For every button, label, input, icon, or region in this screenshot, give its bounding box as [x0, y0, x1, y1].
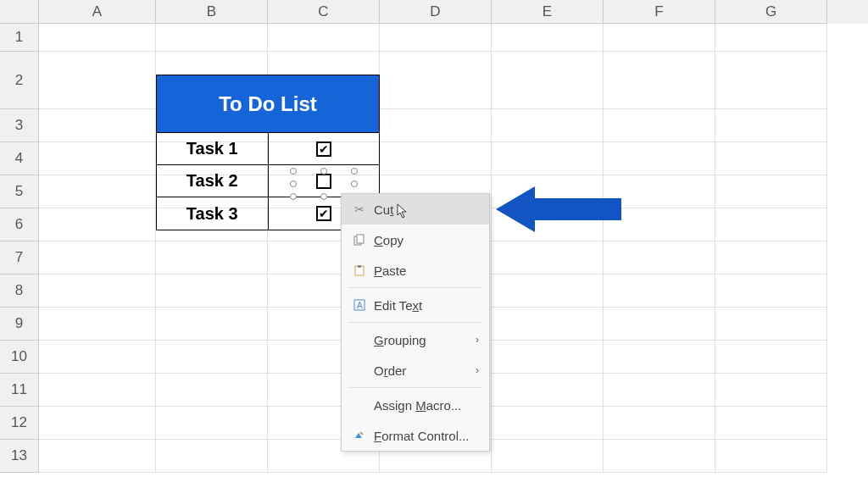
row-header-1[interactable]: 1 — [0, 24, 39, 52]
cell[interactable] — [492, 109, 604, 142]
menu-item-paste[interactable]: Paste — [342, 255, 489, 286]
row-header-2[interactable]: 2 — [0, 52, 39, 109]
row-header-11[interactable]: 11 — [0, 374, 39, 407]
cell[interactable] — [156, 274, 268, 308]
cell[interactable] — [604, 241, 715, 274]
cell[interactable] — [156, 374, 268, 407]
cell[interactable] — [604, 440, 715, 473]
cell[interactable] — [39, 274, 156, 308]
menu-item-assign-macro[interactable]: Assign Macro... — [342, 390, 489, 420]
cell[interactable] — [492, 374, 604, 407]
cell[interactable] — [492, 142, 604, 175]
menu-item-format-control[interactable]: Format Control... — [342, 420, 489, 451]
cell[interactable] — [604, 407, 715, 440]
row-header-6[interactable]: 6 — [0, 208, 39, 241]
menu-item-grouping[interactable]: Grouping › — [342, 324, 489, 355]
cell[interactable] — [715, 208, 827, 241]
cell[interactable] — [715, 374, 827, 407]
cell[interactable] — [380, 52, 492, 109]
cell[interactable] — [39, 208, 156, 241]
row-header-3[interactable]: 3 — [0, 109, 39, 142]
cell[interactable] — [604, 24, 715, 52]
cell[interactable] — [156, 407, 268, 440]
row-header-5[interactable]: 5 — [0, 175, 39, 208]
cell[interactable] — [604, 341, 715, 374]
col-header-F[interactable]: F — [604, 0, 715, 24]
cell[interactable] — [715, 241, 827, 274]
col-header-G[interactable]: G — [715, 0, 827, 24]
row-header-4[interactable]: 4 — [0, 142, 39, 175]
cell[interactable] — [492, 308, 604, 341]
cell[interactable] — [39, 142, 156, 175]
col-header-C[interactable]: C — [268, 0, 380, 24]
menu-label: Cut — [374, 202, 393, 217]
cell[interactable] — [156, 440, 268, 473]
cell[interactable] — [39, 374, 156, 407]
cell[interactable] — [604, 52, 715, 109]
menu-item-edit-text[interactable]: A Edit Text — [342, 290, 489, 320]
cell[interactable] — [492, 440, 604, 473]
menu-label: Format Control... — [374, 429, 470, 443]
cell[interactable] — [715, 407, 827, 440]
svg-text:A: A — [357, 301, 363, 310]
cell[interactable] — [604, 308, 715, 341]
col-header-D[interactable]: D — [380, 0, 492, 24]
cell[interactable] — [715, 142, 827, 175]
row-header-7[interactable]: 7 — [0, 241, 39, 274]
row-header-10[interactable]: 10 — [0, 341, 39, 374]
cell[interactable] — [492, 274, 604, 308]
cell[interactable] — [715, 52, 827, 109]
cell[interactable] — [39, 24, 156, 52]
row-header-12[interactable]: 12 — [0, 407, 39, 440]
cell[interactable] — [39, 109, 156, 142]
cell[interactable] — [39, 241, 156, 274]
checkbox-task3[interactable]: ✔ — [316, 206, 331, 221]
col-header-B[interactable]: B — [156, 0, 268, 24]
cell[interactable] — [492, 407, 604, 440]
checkbox-task2[interactable] — [316, 174, 331, 189]
cell[interactable] — [39, 440, 156, 473]
menu-label: Copy — [374, 233, 403, 247]
cell[interactable] — [715, 175, 827, 208]
row-header-9[interactable]: 9 — [0, 308, 39, 341]
checkbox-task1[interactable]: ✔ — [316, 141, 331, 157]
cell[interactable] — [604, 109, 715, 142]
cell[interactable] — [492, 24, 604, 52]
cell[interactable] — [156, 308, 268, 341]
cell[interactable] — [39, 308, 156, 341]
cell[interactable] — [604, 374, 715, 407]
col-header-E[interactable]: E — [492, 0, 604, 24]
cell[interactable] — [492, 52, 604, 109]
col-header-A[interactable]: A — [39, 0, 156, 24]
menu-item-copy[interactable]: Copy — [342, 225, 489, 255]
cell[interactable] — [39, 407, 156, 440]
menu-label: Assign Macro... — [374, 398, 461, 413]
cell[interactable] — [268, 24, 380, 52]
row-header-8[interactable]: 8 — [0, 274, 39, 308]
menu-item-cut[interactable]: ✂ Cut — [342, 194, 489, 225]
cell[interactable] — [380, 24, 492, 52]
scissors-icon: ✂ — [350, 202, 369, 216]
cell[interactable] — [380, 142, 492, 175]
cell[interactable] — [492, 341, 604, 374]
edit-text-icon: A — [350, 299, 369, 311]
cell[interactable] — [715, 440, 827, 473]
cell[interactable] — [39, 52, 156, 109]
cell[interactable] — [380, 109, 492, 142]
cell[interactable] — [604, 142, 715, 175]
cell[interactable] — [715, 109, 827, 142]
cell[interactable] — [715, 308, 827, 341]
cell[interactable] — [492, 241, 604, 274]
menu-item-order[interactable]: Order › — [342, 355, 489, 385]
cell[interactable] — [39, 341, 156, 374]
cell[interactable] — [715, 24, 827, 52]
cell[interactable] — [39, 175, 156, 208]
cell[interactable] — [156, 24, 268, 52]
cell[interactable] — [156, 241, 268, 274]
cell[interactable] — [715, 341, 827, 374]
cell[interactable] — [715, 274, 827, 308]
cell[interactable] — [156, 341, 268, 374]
row-header-13[interactable]: 13 — [0, 440, 39, 473]
select-all-corner[interactable] — [0, 0, 39, 24]
cell[interactable] — [604, 274, 715, 308]
